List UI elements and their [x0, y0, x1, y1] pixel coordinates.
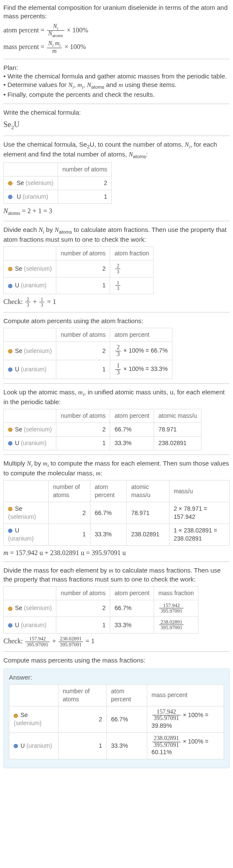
element-symbol: Se: [15, 347, 22, 354]
se-amu: 78.971: [127, 502, 169, 524]
se-n: 2: [56, 260, 110, 277]
header-number-of-atoms: number of atoms: [58, 684, 107, 706]
plan-b2-b: using these items.: [123, 81, 177, 88]
table-row: U (uranium) 1 33.3% 238.02891 1 × 238.02…: [4, 524, 230, 545]
element-name: (selenium): [24, 265, 52, 272]
element-dot-icon: [8, 529, 12, 533]
u-mass-percent: 238.02891395.97091 × 100% = 60.11%: [147, 732, 224, 759]
u-mu: 1 × 238.02891 = 238.02891: [169, 524, 229, 545]
u-atom-count: 1: [58, 190, 112, 203]
times-100-a: × 100%: [67, 26, 88, 33]
table-row: Se (selenium) 2 66.7% 157.942395.97091 ×…: [9, 706, 224, 732]
element-dot-icon: [8, 507, 12, 511]
element-name: (uranium): [21, 282, 47, 289]
atom-percent-label: atom percent =: [3, 26, 44, 33]
table-row: U (uranium) 1 13 × 100% = 33.3%: [4, 360, 172, 379]
header-atom-percent: atom percent: [110, 328, 172, 342]
atoms-count-table: number of atoms Se (selenium) 2 U (urani…: [3, 162, 112, 204]
se-pct: 66.7%: [110, 423, 154, 437]
element-symbol: U: [15, 622, 19, 628]
mass-percent-label: mass percent =: [3, 43, 44, 50]
plan-bullet-1: • Write the chemical formula and gather …: [3, 72, 230, 81]
table-row: U (uranium) 1 33.3% 238.02891395.97091 ×…: [9, 732, 224, 759]
divider: [3, 104, 230, 104]
element-symbol: Se: [15, 265, 22, 272]
divider: [3, 312, 230, 312]
intro-text: Find the elemental composition for urani…: [3, 3, 230, 21]
write-formula-title: Write the chemical formula:: [3, 108, 230, 117]
element-dot-icon: [8, 367, 12, 372]
atomic-mass-table: number of atomsatom percentatomic mass/u…: [3, 409, 201, 450]
times-100-b: × 100%: [64, 43, 86, 50]
mass-fraction-check: Check: 157.942395.97091 + 238.02891395.9…: [3, 636, 230, 647]
element-symbol: U: [17, 193, 21, 200]
divider: [3, 59, 230, 59]
header-atom-percent: atom percent: [107, 684, 147, 706]
se-n: 2: [58, 706, 107, 732]
atom-fraction-check: Check: 23 + 13 = 1: [3, 297, 230, 308]
atom-fraction-text: Divide each Ni by Natoms to calculate at…: [3, 226, 230, 244]
atom-percent-table: number of atomsatom percent Se (selenium…: [3, 328, 172, 379]
header-number-of-atoms: number of atoms: [49, 480, 90, 502]
se-pct: 66.7%: [110, 600, 154, 616]
element-symbol: U: [15, 440, 19, 446]
atom-percent-fraction: Ni Natoms: [47, 23, 64, 38]
element-symbol: Se: [20, 712, 28, 718]
element-dot-icon: [8, 607, 12, 611]
header-number-of-atoms: number of atoms: [56, 586, 110, 600]
u-n: 1: [56, 360, 110, 379]
element-symbol: Se: [17, 179, 24, 186]
mass-fraction-table: number of atomsatom percentmass fraction…: [3, 586, 198, 634]
se-mass-percent: 157.942395.97091 × 100% = 39.89%: [147, 706, 224, 732]
element-name: (selenium): [24, 426, 52, 433]
mass-percent-fraction: Ni mi m: [47, 41, 62, 55]
element-symbol: U: [15, 366, 19, 373]
se-mass-fraction: 157.942395.97091: [154, 600, 198, 616]
mass-mul-text: Multiply Ni by mi to compute the mass fo…: [3, 459, 230, 477]
plan-bullet-3: • Finally, compute the percents and chec…: [3, 90, 230, 99]
u-mass: 238.02891: [154, 437, 201, 450]
se-n: 2: [56, 600, 110, 616]
count-atoms-text: Use the chemical formula, Se2U, to count…: [3, 140, 230, 160]
count-d: :: [146, 150, 148, 158]
mass-per-element-table: number of atomsatom percentatomic mass/u…: [3, 480, 230, 545]
intro-line: Find the elemental composition for urani…: [3, 4, 227, 20]
atomic-mass-text: Look up the atomic mass, mi, in unified …: [3, 388, 230, 406]
atom-fraction-table: number of atoms atom fraction Se (seleni…: [3, 246, 154, 294]
se-n: 2: [56, 423, 110, 437]
header-number-of-atoms: number of atoms: [58, 163, 112, 176]
chemical-formula: Se2U: [3, 119, 230, 131]
element-dot-icon: [8, 441, 12, 446]
table-row: Se (selenium) 2 66.7% 78.971: [4, 423, 201, 437]
se-atom-percent: 23 × 100% = 66.7%: [110, 342, 172, 360]
table-row: Se (selenium) 2 66.7% 78.971 2 × 78.971 …: [4, 502, 230, 524]
element-name: (uranium): [26, 742, 52, 749]
se-mu: 2 × 78.971 = 157.942: [169, 502, 229, 524]
element-symbol: Se: [15, 505, 22, 512]
header-atom-percent: atom percent: [90, 480, 127, 502]
divider: [3, 383, 230, 384]
molecular-mass-sum: m = 157.942 u + 238.02891 u = 395.97091 …: [3, 548, 230, 558]
u-amu: 238.02891: [127, 524, 169, 545]
u-pct: 33.3%: [90, 524, 127, 545]
header-atom-percent: atom percent: [110, 409, 154, 423]
table-header-row: number of atoms atom fraction: [4, 247, 154, 260]
u-n: 1: [56, 277, 110, 294]
element-symbol: Se: [15, 605, 22, 611]
element-cell-se: Se (selenium): [4, 176, 58, 190]
divider: [3, 136, 230, 136]
element-name: (uranium): [21, 366, 47, 373]
element-dot-icon: [14, 744, 18, 748]
mass-percent-formula: mass percent = Ni mi m × 100%: [3, 41, 230, 55]
plan-block: Plan: • Write the chemical formula and g…: [3, 64, 230, 99]
count-b: U, to count the number of atoms,: [90, 141, 185, 148]
element-dot-icon: [8, 284, 12, 288]
mass-fraction-text: Divide the mass for each element by m to…: [3, 566, 230, 584]
u-mass-fraction: 238.02891395.97091: [154, 616, 198, 633]
se-n: 2: [56, 342, 110, 360]
u-atom-fraction: 13: [110, 277, 154, 294]
u-n: 1: [49, 524, 90, 545]
element-name: (uranium): [21, 622, 47, 628]
element-dot-icon: [8, 428, 12, 432]
element-dot-icon: [8, 181, 12, 185]
